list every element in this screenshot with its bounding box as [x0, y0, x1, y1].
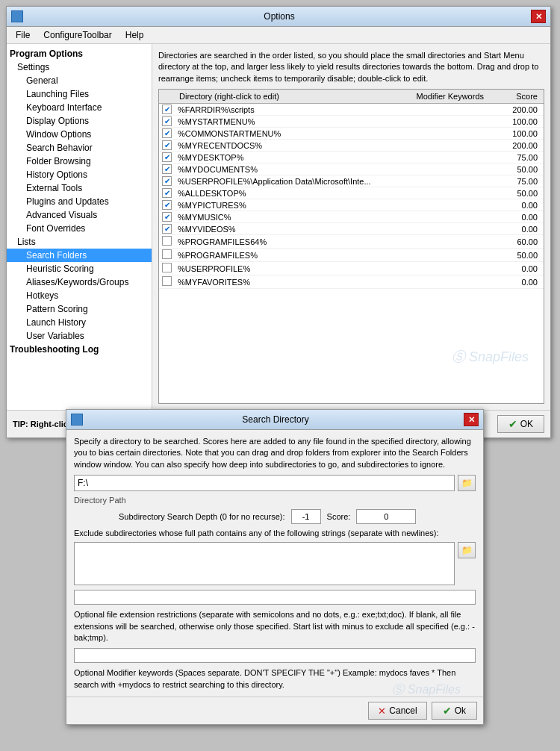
- options-title: Options: [28, 11, 531, 22]
- tree-item-hotkeys[interactable]: Hotkeys: [7, 289, 152, 302]
- table-row[interactable]: ✔%FARRDIR%\scripts200.00: [159, 104, 544, 116]
- menu-help[interactable]: Help: [119, 28, 150, 42]
- table-row[interactable]: %PROGRAMFILES%50.00: [159, 249, 544, 262]
- folder-checkbox-cell[interactable]: [159, 249, 175, 262]
- modifier-input[interactable]: [74, 648, 476, 663]
- folder-score-cell: 100.00: [503, 116, 544, 128]
- folder-checkbox[interactable]: ✔: [162, 105, 172, 114]
- table-row[interactable]: ✔%MYMUSIC%0.00: [159, 211, 544, 223]
- folder-checkbox[interactable]: ✔: [162, 224, 172, 234]
- folder-checkbox[interactable]: ✔: [162, 188, 172, 198]
- exclude-textarea[interactable]: [74, 542, 455, 585]
- folder-checkbox-cell[interactable]: ✔: [159, 104, 175, 116]
- table-row[interactable]: ✔%MYVIDEOS%0.00: [159, 223, 544, 235]
- table-row[interactable]: %MYFAVORITES%0.00: [159, 275, 544, 289]
- tree-item-heuristic-scoring[interactable]: Heuristic Scoring: [7, 262, 152, 275]
- folder-checkbox-cell[interactable]: ✔: [159, 187, 175, 199]
- search-dir-watermark: Ⓢ SnapFiles: [392, 682, 461, 698]
- cancel-button[interactable]: ✕ Cancel: [368, 702, 426, 720]
- folder-checkbox-cell[interactable]: [159, 235, 175, 249]
- table-row[interactable]: ✔%COMMONSTARTMENU%100.00: [159, 128, 544, 140]
- folder-checkbox[interactable]: ✔: [162, 164, 172, 174]
- folder-checkbox[interactable]: ✔: [162, 140, 172, 150]
- folder-path-cell: %MYRECENTDOCS%: [175, 140, 412, 152]
- tree-item-lists[interactable]: Lists: [7, 235, 152, 249]
- table-row[interactable]: %USERPROFILE%0.00: [159, 262, 544, 275]
- tree-item-pattern-scoring[interactable]: Pattern Scoring: [7, 302, 152, 316]
- table-row[interactable]: ✔%MYRECENTDOCS%200.00: [159, 140, 544, 152]
- tree-item-display-options[interactable]: Display Options: [7, 114, 152, 128]
- folder-checkbox-cell[interactable]: ✔: [159, 175, 175, 187]
- tree-item-search-folders[interactable]: Search Folders: [7, 249, 152, 262]
- folder-checkbox[interactable]: [162, 249, 172, 259]
- tree-item-plugins-updates[interactable]: Plugins and Updates: [7, 195, 152, 208]
- folder-checkbox[interactable]: ✔: [162, 116, 172, 126]
- table-row[interactable]: ✔%MYDESKTOP%75.00: [159, 152, 544, 163]
- options-close-button[interactable]: ✕: [531, 10, 546, 23]
- menu-file[interactable]: File: [10, 28, 36, 42]
- folder-checkbox[interactable]: ✔: [162, 212, 172, 222]
- table-row[interactable]: ✔%MYDOCUMENTS%50.00: [159, 163, 544, 175]
- search-directory-window: Search Directory ✕ Specify a directory t…: [66, 409, 484, 725]
- search-folders-description: Directories are searched in the order li…: [158, 50, 544, 84]
- score-input[interactable]: [356, 509, 416, 524]
- tree-item-font-overrides[interactable]: Font Overrides: [7, 222, 152, 235]
- col-header-directory: Directory (right-click to edit): [175, 90, 412, 104]
- tree-item-window-options[interactable]: Window Options: [7, 128, 152, 141]
- folder-checkbox[interactable]: [162, 263, 172, 272]
- folder-path-cell: %ALLDESKTOP%: [175, 187, 412, 199]
- browse-path-button[interactable]: 📁: [458, 475, 476, 491]
- folder-checkbox-cell[interactable]: ✔: [159, 223, 175, 235]
- folder-checkbox-cell[interactable]: [159, 262, 175, 275]
- folder-score-cell: 60.00: [503, 235, 544, 249]
- table-row[interactable]: ✔%MYSTARTMENU%100.00: [159, 116, 544, 128]
- extension-input[interactable]: [74, 590, 476, 605]
- folder-score-cell: 50.00: [503, 163, 544, 175]
- folder-checkbox-cell[interactable]: ✔: [159, 140, 175, 152]
- options-ok-button[interactable]: ✔ OK: [497, 415, 544, 433]
- folder-checkbox[interactable]: ✔: [162, 152, 172, 162]
- table-row[interactable]: ✔%USERPROFILE%\Application Data\Microsof…: [159, 175, 544, 187]
- menu-configure-toolbar[interactable]: ConfigureToolbar: [37, 28, 117, 42]
- directory-path-input[interactable]: [74, 475, 455, 491]
- tree-item-history-options[interactable]: History Options: [7, 168, 152, 181]
- tree-item-troubleshooting-log[interactable]: Troubleshooting Log: [7, 343, 152, 356]
- folder-checkbox-cell[interactable]: ✔: [159, 211, 175, 223]
- tree-item-program-options[interactable]: Program Options: [7, 47, 152, 60]
- folder-checkbox[interactable]: ✔: [162, 200, 172, 210]
- folder-score-cell: 100.00: [503, 128, 544, 140]
- folder-checkbox-cell[interactable]: ✔: [159, 116, 175, 128]
- col-header-score: Score: [503, 90, 544, 104]
- tree-item-external-tools[interactable]: External Tools: [7, 181, 152, 195]
- folder-checkbox[interactable]: ✔: [162, 128, 172, 138]
- search-dir-ok-button[interactable]: ✔ Ok: [432, 702, 477, 720]
- folder-checkbox[interactable]: [162, 236, 172, 246]
- tree-item-keyboard-interface[interactable]: Keyboard Interface: [7, 101, 152, 114]
- folder-checkbox-cell[interactable]: ✔: [159, 199, 175, 211]
- folder-modifier-cell: [412, 223, 503, 235]
- tree-item-launch-history[interactable]: Launch History: [7, 316, 152, 329]
- tree-item-launching-files[interactable]: Launching Files: [7, 87, 152, 101]
- tree-item-advanced-visuals[interactable]: Advanced Visuals: [7, 208, 152, 222]
- tree-item-folder-browsing[interactable]: Folder Browsing: [7, 155, 152, 168]
- folder-checkbox-cell[interactable]: [159, 275, 175, 289]
- tree-item-general[interactable]: General: [7, 74, 152, 87]
- folder-checkbox[interactable]: [162, 276, 172, 286]
- table-row[interactable]: ✔%MYPICTURES%0.00: [159, 199, 544, 211]
- tree-item-user-variables[interactable]: User Variables: [7, 329, 152, 343]
- folders-table-wrapper[interactable]: Directory (right-click to edit) Modifier…: [158, 89, 544, 404]
- search-dir-close-button[interactable]: ✕: [464, 413, 479, 426]
- exclude-browse-button[interactable]: 📁: [458, 542, 476, 558]
- tree-item-search-behavior[interactable]: Search Behavior: [7, 141, 152, 155]
- folder-checkbox-cell[interactable]: ✔: [159, 152, 175, 163]
- folder-modifier-cell: [412, 199, 503, 211]
- tree-item-aliases-keywords[interactable]: Aliases/Keywords/Groups: [7, 275, 152, 289]
- folder-checkbox-cell[interactable]: ✔: [159, 163, 175, 175]
- folder-checkbox[interactable]: ✔: [162, 176, 172, 186]
- folder-checkbox-cell[interactable]: ✔: [159, 128, 175, 140]
- depth-input[interactable]: [291, 509, 321, 524]
- tree-item-settings[interactable]: Settings: [7, 60, 152, 74]
- table-row[interactable]: ✔%ALLDESKTOP%50.00: [159, 187, 544, 199]
- folder-path-cell: %USERPROFILE%: [175, 262, 412, 275]
- table-row[interactable]: %PROGRAMFILES64%60.00: [159, 235, 544, 249]
